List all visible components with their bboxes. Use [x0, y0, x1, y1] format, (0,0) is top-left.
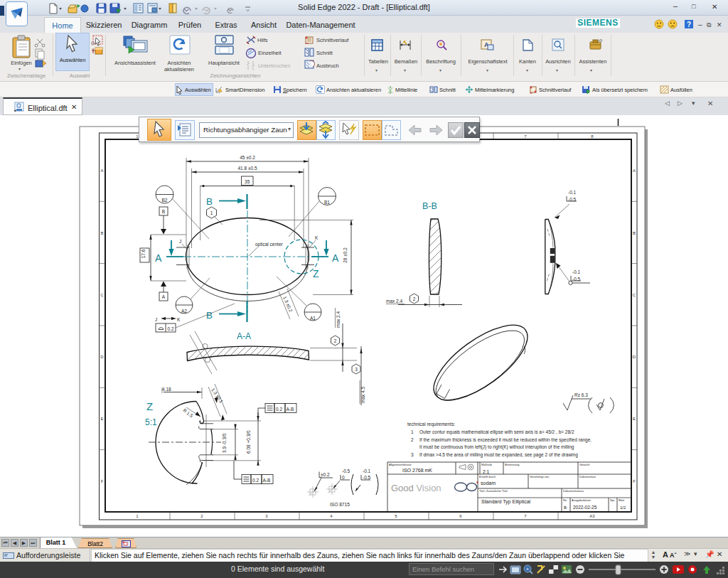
svg-text:J: J — [179, 239, 181, 244]
svg-text:A-B: A-B — [263, 478, 271, 483]
svg-text:45 ±0.2: 45 ±0.2 — [240, 155, 255, 160]
svg-text:B-B: B-B — [422, 201, 437, 211]
svg-text:2: 2 — [411, 437, 414, 442]
svg-text:K: K — [315, 235, 318, 240]
svg-text:0: 0 — [342, 475, 345, 480]
svg-text:1/2: 1/2 — [620, 505, 626, 510]
svg-text:-0.1: -0.1 — [568, 190, 577, 195]
svg-text:A: A — [332, 252, 339, 264]
svg-text:F: F — [633, 479, 636, 483]
svg-text:it must be continuous from lef: it must be continuous from left(J) to ri… — [419, 444, 574, 450]
svg-text:+: + — [526, 566, 530, 572]
svg-text:D: D — [100, 355, 104, 359]
svg-text:B: B — [100, 231, 103, 235]
svg-text:C: C — [633, 293, 636, 297]
svg-text:Gewicht: Gewicht — [579, 463, 590, 466]
svg-text:If the maximum thickness is ex: If the maximum thickness is exceeded it … — [419, 437, 592, 443]
svg-text:-0.1: -0.1 — [572, 269, 581, 274]
svg-text:C: C — [100, 293, 104, 297]
svg-text:B: B — [162, 209, 165, 214]
svg-text:35: 35 — [245, 179, 250, 184]
svg-text:E: E — [100, 417, 103, 421]
svg-text:sodam: sodam — [481, 481, 496, 486]
svg-text:2: 2 — [334, 338, 337, 343]
svg-text:41.8 ±0.5: 41.8 ±0.5 — [237, 166, 257, 171]
svg-text:0.2: 0.2 — [276, 407, 282, 412]
svg-text:ISO 2768 mK: ISO 2768 mK — [402, 468, 432, 473]
svg-text:–: – — [698, 21, 702, 28]
svg-text:1: 1 — [411, 429, 414, 434]
svg-text:J: J — [155, 317, 157, 322]
svg-text:0.2: 0.2 — [252, 478, 259, 483]
svg-text:A: A — [100, 168, 103, 173]
svg-text:Z: Z — [146, 400, 153, 412]
svg-text:Maßstab: Maßstab — [481, 464, 492, 466]
svg-text:3: 3 — [411, 452, 414, 457]
svg-text:ISO 8715: ISO 8715 — [330, 502, 350, 507]
svg-text:A: A — [155, 252, 162, 264]
svg-text:Spr.: Spr. — [610, 498, 615, 502]
svg-text:Erstellt durch: Erstellt durch — [479, 475, 496, 478]
svg-text:Benennung: Benennung — [505, 463, 519, 466]
svg-text:Dokumentstatus: Dokumentstatus — [563, 489, 584, 493]
svg-text:-0.5: -0.5 — [363, 475, 371, 480]
svg-text:K: K — [177, 317, 181, 322]
svg-text:optical center: optical center — [255, 242, 283, 247]
svg-text:-0.5: -0.5 — [342, 469, 350, 473]
svg-text:1: 1 — [210, 210, 213, 215]
svg-text:Genehmigt von: Genehmigt von — [530, 475, 549, 478]
svg-text:4.18: 4.18 — [162, 387, 171, 392]
svg-text:2022-02-25: 2022-02-25 — [573, 505, 597, 510]
svg-text:-0.5: -0.5 — [568, 197, 577, 202]
svg-text:max 2.4: max 2.4 — [336, 311, 341, 328]
svg-text:2: 2 — [413, 296, 416, 301]
svg-text:Dokumentart: Dokumentart — [579, 475, 596, 478]
svg-text:Titel, Zusätzlicher Titel: Titel, Zusätzlicher Titel — [479, 489, 508, 493]
svg-text:Ne: Ne — [563, 498, 567, 502]
svg-text:D: D — [633, 355, 636, 359]
svg-text:B: B — [206, 196, 213, 207]
svg-text:Good Vision: Good Vision — [391, 483, 441, 493]
svg-text:B1: B1 — [324, 200, 330, 205]
svg-text:6.08 +0.3/0: 6.08 +0.3/0 — [246, 430, 251, 454]
svg-text:Blatt: Blatt — [619, 498, 625, 502]
svg-text:A2: A2 — [181, 309, 187, 314]
svg-text:max 4.5: max 4.5 — [360, 386, 365, 403]
svg-text:E: E — [633, 417, 636, 421]
svg-text:?: ? — [687, 21, 691, 28]
svg-text:5:1: 5:1 — [145, 417, 157, 427]
svg-text:Ausgabedatum: Ausgabedatum — [572, 498, 592, 502]
svg-text:Standard Typ Elliptical: Standard Typ Elliptical — [481, 499, 531, 505]
svg-text:-0.1: -0.1 — [363, 469, 371, 473]
svg-text:A: A — [162, 294, 166, 299]
svg-text:Z: Z — [313, 268, 319, 279]
svg-text:-0.5: -0.5 — [572, 277, 581, 282]
svg-text:A: A — [633, 168, 636, 173]
svg-text:F: F — [101, 479, 104, 483]
svg-text:A-A: A-A — [237, 331, 251, 341]
svg-text:±0.2: ±0.2 — [321, 472, 330, 477]
svg-text:If dmax >4.5 the area of milli: If dmax >4.5 the area of milling must be… — [419, 452, 578, 458]
svg-text:28 ±0.2: 28 ±0.2 — [343, 247, 348, 263]
svg-text:Rz 6.3: Rz 6.3 — [574, 392, 588, 397]
svg-text:17.6: 17.6 — [141, 249, 146, 258]
svg-text:A1: A1 — [310, 316, 316, 321]
svg-text:B: B — [564, 505, 567, 510]
svg-text:0.2: 0.2 — [168, 326, 174, 331]
svg-text:✕: ✕ — [717, 21, 722, 28]
svg-text:Allgemeintoleranz: Allgemeintoleranz — [389, 463, 412, 466]
svg-text:Outer contur equals mathematic: Outer contur equals mathematical ellipse… — [419, 429, 574, 435]
svg-text:max 2.4: max 2.4 — [386, 299, 403, 304]
svg-text:B: B — [633, 231, 636, 235]
svg-text:B: B — [206, 310, 213, 321]
svg-text:A3: A3 — [589, 514, 595, 518]
svg-text:3.9 -0.3/0: 3.9 -0.3/0 — [222, 433, 227, 453]
svg-text:A-B: A-B — [287, 407, 294, 412]
svg-text:technical requirements:: technical requirements: — [407, 422, 455, 427]
svg-text:B2: B2 — [162, 198, 168, 203]
svg-text:3: 3 — [355, 367, 358, 372]
svg-text:⧉: ⧉ — [707, 21, 712, 28]
svg-text:2:1: 2:1 — [483, 469, 489, 474]
